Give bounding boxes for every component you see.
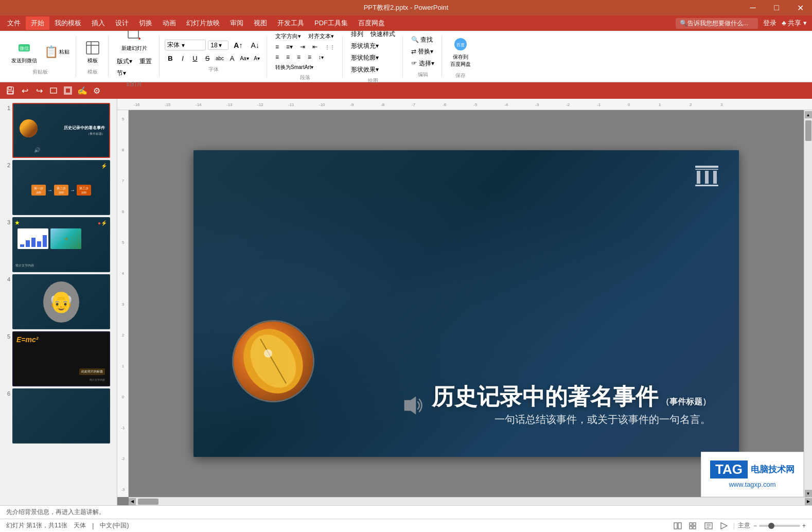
maximize-button[interactable]: □ (765, 0, 788, 15)
underline-button[interactable]: U (189, 52, 201, 64)
ribbon-group-font: 宋体 ▾ 18 ▾ A↑ A↓ B I U S abc A Aa▾ A▾ (161, 36, 267, 77)
align-right-button[interactable]: ≡ (294, 52, 304, 62)
justify-button[interactable]: ≡ (305, 52, 314, 62)
login-button[interactable]: 登录 (763, 19, 776, 28)
save-baidu-button[interactable]: 百度 保存到百度网盘 (447, 34, 474, 70)
slide-image-2[interactable]: ⚡ 第一步说明 → 第二步说明 → 第三步说明 (12, 160, 110, 215)
menu-baidu[interactable]: 百度网盘 (353, 16, 390, 30)
vertical-scrollbar[interactable]: ▲ ▼ (804, 110, 812, 497)
slide-image-5[interactable]: E=mc² 此处照片的标题 简介文字内容 (12, 331, 110, 386)
zoom-slider[interactable]: − + (753, 522, 806, 529)
menu-review[interactable]: 审阅 (225, 16, 249, 30)
reading-view-button[interactable] (702, 521, 715, 530)
undo-button[interactable]: ↩ (19, 84, 31, 97)
qa-btn-5[interactable] (62, 84, 74, 97)
indent-more-button[interactable]: ⇥ (297, 42, 308, 51)
slide-canvas[interactable]: 历史记录中的著名事件 （事件标题） 一句话总结该事件，或关于该事件的一句名言。 (129, 110, 804, 497)
align-text-button[interactable]: 对齐文本▾ (305, 31, 337, 41)
list-bullet-button[interactable]: ≡ (272, 42, 282, 51)
share-button[interactable]: ♣ 共享 ▾ (782, 19, 807, 28)
svg-text:-2: -2 (121, 456, 125, 461)
slide-subtitle[interactable]: 一句话总结该事件，或关于该事件的一句名言。 (495, 413, 711, 427)
close-button[interactable]: ✕ (788, 0, 812, 15)
horizontal-scrollbar[interactable]: ◀ ▶ (129, 497, 812, 505)
menu-view[interactable]: 视图 (249, 16, 272, 30)
svg-text:-13: -13 (226, 102, 233, 107)
replace-button[interactable]: ⇄ 替换▾ (408, 46, 437, 57)
font-grow-button[interactable]: A↑ (231, 40, 245, 50)
send-wechat-button[interactable]: 微信 发送到微信 (8, 38, 40, 66)
text-direction-button[interactable]: 文字方向▾ (272, 31, 304, 41)
save-button[interactable] (4, 84, 16, 97)
slide-thumbnail-6[interactable]: 6 (2, 388, 115, 444)
slide-image-4[interactable]: 👴 (12, 274, 110, 329)
align-left-button[interactable]: ≡ (272, 52, 282, 62)
menu-animations[interactable]: 动画 (157, 16, 181, 30)
horizontal-ruler: -16 -15 -14 -13 -12 -11 -10 -9 -8 -7 -6 … (117, 99, 812, 110)
line-spacing-button[interactable]: ↕▾ (315, 52, 327, 62)
template-button[interactable]: 模板 (81, 38, 104, 66)
font-color-button[interactable]: A (226, 52, 238, 64)
section-button[interactable]: 节▾ (114, 68, 129, 79)
slideshow-button[interactable] (718, 521, 730, 530)
reset-button[interactable]: 重置 (136, 56, 155, 67)
svg-text:-5: -5 (473, 102, 478, 107)
qa-btn-7[interactable]: ⚙ (91, 84, 103, 97)
tag-url-text: www.tagxp.com (729, 481, 775, 488)
menu-insert[interactable]: 插入 (86, 16, 110, 30)
slide-main-title[interactable]: 历史记录中的著名事件 （事件标题） (432, 382, 711, 412)
menu-pdf[interactable]: PDF工具集 (309, 16, 353, 30)
shape-effects-button[interactable]: 形状效果▾ (348, 64, 382, 75)
slide-image-6[interactable] (12, 388, 110, 444)
menu-template[interactable]: 我的模板 (49, 16, 86, 30)
font-family-dropdown[interactable]: 宋体 ▾ (165, 40, 206, 50)
minimize-button[interactable]: ─ (741, 0, 765, 15)
slide-thumbnail-5[interactable]: 5 E=mc² 此处照片的标题 简介文字内容 (2, 331, 115, 386)
normal-view-button[interactable] (672, 521, 684, 530)
indent-less-button[interactable]: ⇤ (309, 42, 321, 51)
slide-image-1[interactable]: 历史记录中的著名事件 （事件标题） 🔊 (12, 103, 110, 158)
slide-audio-icon[interactable] (399, 393, 428, 418)
slide-image-3[interactable]: ⚡ ● 🌴 (12, 217, 110, 272)
shape-outline-button[interactable]: 形状轮廓▾ (348, 52, 382, 63)
slide-thumbnail-4[interactable]: 4 👴 (2, 274, 115, 329)
font-shrink-button[interactable]: A↓ (248, 40, 262, 50)
qa-btn-6[interactable]: ✍ (76, 84, 89, 97)
italic-button[interactable]: I (177, 52, 188, 64)
font-case-button[interactable]: Aa▾ (239, 52, 250, 64)
menu-home[interactable]: 开始 (26, 16, 49, 30)
select-button[interactable]: ☞ 选择▾ (408, 58, 437, 69)
align-center-button[interactable]: ≡ (283, 52, 293, 62)
ribbon-group-template: 模板 模板 (77, 36, 109, 77)
slide-row2: 节▾ (114, 68, 155, 79)
paste-button[interactable]: 📋 粘贴 (42, 44, 72, 60)
clear-format-button[interactable]: A▾ (251, 52, 262, 64)
svg-point-63 (264, 349, 272, 358)
font-size-input[interactable]: 18 ▾ (208, 41, 228, 50)
columns-button[interactable]: ⋮⋮ (322, 42, 338, 51)
smart-art-button[interactable]: 转换为SmartArt▾ (272, 63, 316, 72)
svg-text:1: 1 (121, 364, 124, 368)
slide-sorter-button[interactable] (687, 521, 699, 530)
slide-thumbnail-2[interactable]: 2 ⚡ 第一步说明 → 第二步说明 → 第三步说明 (2, 160, 115, 215)
redo-button[interactable]: ↪ (33, 84, 45, 97)
menu-file[interactable]: 文件 (2, 16, 26, 30)
bold-button[interactable]: B (165, 52, 176, 64)
shape-fill-button[interactable]: 形状填充▾ (348, 41, 382, 51)
strikethrough-button[interactable]: S (202, 52, 213, 64)
shadow-button[interactable]: abc (214, 52, 225, 64)
find-button[interactable]: 🔍 查找 (408, 34, 437, 45)
menu-slideshow[interactable]: 幻灯片放映 (181, 16, 225, 30)
slide-thumbnail-3[interactable]: 3 ⚡ ● (2, 217, 115, 272)
qa-btn-4[interactable] (47, 84, 60, 97)
layout-button[interactable]: 版式▾ (114, 56, 135, 67)
menu-developer[interactable]: 开发工具 (272, 16, 309, 30)
search-box[interactable]: 🔍 告诉我您想要做什么... (676, 18, 758, 29)
slide-thumbnail-1[interactable]: 1 历史记录中的著名事件 （事件标题） 🔊 (2, 103, 115, 158)
template-label: 模板 (87, 57, 98, 64)
status-bar: 幻灯片 第1张，共11张 天体 | 中文(中国) | 主意 − + (0, 519, 812, 532)
svg-text:-2: -2 (566, 102, 570, 107)
list-number-button[interactable]: ≡▾ (283, 42, 296, 51)
menu-transitions[interactable]: 切换 (134, 16, 157, 30)
menu-design[interactable]: 设计 (110, 16, 134, 30)
